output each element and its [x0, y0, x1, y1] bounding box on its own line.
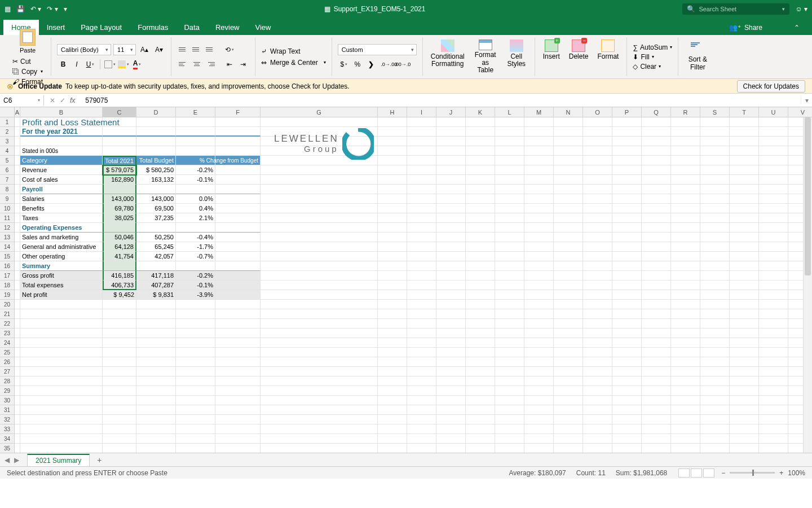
cell-N[interactable]	[554, 281, 583, 290]
cell-C[interactable]: $ 9,452	[103, 290, 136, 300]
cell-C[interactable]: 41,754	[103, 252, 136, 261]
cell-P[interactable]	[612, 194, 642, 204]
cell-N[interactable]	[554, 357, 583, 367]
cell-E[interactable]	[176, 424, 215, 434]
cell-K[interactable]	[466, 319, 495, 329]
sheet-nav-prev-icon[interactable]: ◀	[5, 456, 10, 464]
cell-S[interactable]	[700, 405, 730, 415]
row-headers[interactable]: 1234567891011121314151617181920212223242…	[0, 117, 15, 453]
cell-B[interactable]: Salaries	[20, 194, 103, 204]
cell-R[interactable]	[671, 396, 700, 405]
cell-L[interactable]	[495, 156, 524, 165]
cell-O[interactable]	[583, 194, 612, 204]
sort-filter-button[interactable]: Sort & Filter	[684, 41, 711, 72]
cell-J[interactable]	[436, 175, 466, 185]
cell-L[interactable]	[495, 300, 524, 309]
cell-O[interactable]	[583, 261, 612, 271]
cell-T[interactable]	[730, 185, 759, 194]
cell-C[interactable]	[103, 338, 136, 348]
cell-L[interactable]	[495, 329, 524, 338]
cell-B[interactable]	[20, 386, 103, 396]
cell-B[interactable]	[20, 415, 103, 424]
font-name-combo[interactable]: Calibri (Body)	[57, 44, 111, 55]
cell-F[interactable]	[215, 252, 261, 261]
cell-N[interactable]	[554, 338, 583, 348]
tab-page-layout[interactable]: Page Layout	[73, 20, 130, 35]
cell-P[interactable]	[612, 415, 642, 424]
cell-S[interactable]	[700, 367, 730, 376]
cell-R[interactable]	[671, 185, 700, 194]
cell-K[interactable]	[466, 367, 495, 376]
cell-R[interactable]	[671, 338, 700, 348]
cell-U[interactable]	[759, 233, 788, 242]
tab-insert[interactable]: Insert	[39, 20, 73, 35]
cell-styles-button[interactable]: Cell Styles	[504, 38, 529, 75]
cell-R[interactable]	[671, 252, 700, 261]
cell-E[interactable]	[176, 300, 215, 309]
cell-C[interactable]	[103, 434, 136, 444]
cell-H[interactable]	[378, 146, 407, 156]
cell-H[interactable]	[378, 338, 407, 348]
cell-I[interactable]	[407, 137, 436, 146]
cell-B[interactable]	[20, 444, 103, 453]
cell-T[interactable]	[730, 242, 759, 252]
cell-K[interactable]	[466, 204, 495, 213]
row-header-12[interactable]: 12	[0, 223, 15, 233]
cell-O[interactable]	[583, 415, 612, 424]
cell-L[interactable]	[495, 252, 524, 261]
cell-D[interactable]	[136, 117, 176, 127]
cell-U[interactable]	[759, 329, 788, 338]
cell-B[interactable]	[20, 319, 103, 329]
cell-H[interactable]	[378, 185, 407, 194]
cell-I[interactable]	[407, 233, 436, 242]
sheet-tab-2021-summary[interactable]: 2021 Summary	[27, 454, 90, 466]
row-header-4[interactable]: 4	[0, 146, 15, 156]
currency-button[interactable]: $	[338, 59, 350, 70]
cell-E[interactable]	[176, 117, 215, 127]
decrease-indent-icon[interactable]: ⇤	[223, 59, 236, 70]
cell-R[interactable]	[671, 194, 700, 204]
cell-B[interactable]: Net profit	[20, 290, 103, 300]
cell-G[interactable]	[261, 434, 378, 444]
cell-J[interactable]	[436, 405, 466, 415]
cell-S[interactable]	[700, 213, 730, 223]
cell-B[interactable]: Sales and marketing	[20, 233, 103, 242]
cell-L[interactable]	[495, 396, 524, 405]
cell-T[interactable]	[730, 367, 759, 376]
cell-M[interactable]	[524, 396, 554, 405]
cell-E[interactable]: 2.1%	[176, 213, 215, 223]
cell-C[interactable]: 143,000	[103, 194, 136, 204]
cell-J[interactable]	[436, 146, 466, 156]
font-color-button[interactable]: A	[131, 59, 143, 70]
cell-R[interactable]	[671, 386, 700, 396]
clear-button[interactable]: ◇Clear▾	[633, 63, 672, 71]
decrease-decimal-button[interactable]: .00→.0	[396, 59, 409, 70]
col-header-M[interactable]: M	[524, 107, 554, 117]
cell-L[interactable]	[495, 348, 524, 357]
cell-S[interactable]	[700, 424, 730, 434]
cell-E[interactable]	[176, 261, 215, 271]
align-right-icon[interactable]	[204, 59, 217, 70]
cell-T[interactable]	[730, 165, 759, 175]
cell-Q[interactable]	[642, 338, 671, 348]
cell-R[interactable]	[671, 300, 700, 309]
col-header-V[interactable]: V	[788, 107, 812, 117]
expand-formula-bar-icon[interactable]: ▾	[801, 97, 812, 104]
cell-S[interactable]	[700, 290, 730, 300]
cell-I[interactable]	[407, 223, 436, 233]
cell-R[interactable]	[671, 444, 700, 453]
orientation-button[interactable]: ⟲	[223, 44, 236, 55]
cell-C[interactable]	[103, 137, 136, 146]
cell-Q[interactable]	[642, 376, 671, 386]
cell-S[interactable]	[700, 376, 730, 386]
cell-U[interactable]	[759, 444, 788, 453]
cell-S[interactable]	[700, 194, 730, 204]
cell-G[interactable]	[261, 204, 378, 213]
cell-P[interactable]	[612, 424, 642, 434]
cell-B[interactable]: Payroll	[20, 185, 103, 194]
cell-F[interactable]	[215, 319, 261, 329]
cell-J[interactable]	[436, 223, 466, 233]
cell-C[interactable]: 50,046	[103, 233, 136, 242]
cell-F[interactable]	[215, 329, 261, 338]
comma-button[interactable]: ❯	[365, 59, 377, 70]
